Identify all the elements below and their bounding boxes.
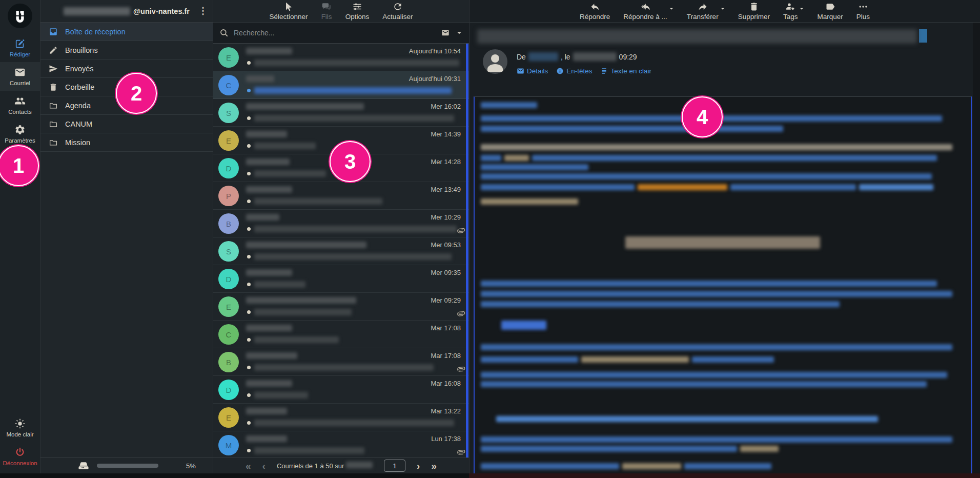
pencil-icon <box>49 46 58 55</box>
message-row[interactable]: DMer 09:35 <box>213 265 469 293</box>
redacted-segment <box>532 155 937 161</box>
folder-options-kebab-icon[interactable]: ⋮ <box>198 5 208 16</box>
rail-item-label: Paramètres <box>5 137 35 144</box>
refresh-icon <box>393 2 403 12</box>
viewer-link-texte-en-clair[interactable]: Texte en clair <box>601 67 652 75</box>
folder-canum[interactable]: CANUM <box>40 115 213 133</box>
viewer-link-en-t-tes[interactable]: En-têtes <box>556 67 592 75</box>
redacted-subject <box>254 364 434 371</box>
rail-item-contacts[interactable]: Contacts <box>0 91 40 120</box>
message-row[interactable]: BMar 17:08 <box>213 348 469 376</box>
list-fils-button[interactable]: Fils <box>321 2 332 21</box>
folder-label: Brouillons <box>65 46 98 54</box>
message-row[interactable]: CMar 17:08 <box>213 321 469 348</box>
message-row[interactable]: SMer 09:53 <box>213 237 469 265</box>
folder-envoy-s[interactable]: Envoyés <box>40 59 213 78</box>
message-row[interactable]: EMer 09:29 <box>213 293 469 321</box>
message-row[interactable]: MLun 17:38 <box>213 431 469 457</box>
message-row[interactable]: CAujourd’hui 09:31 <box>213 71 469 99</box>
rail-item-compose[interactable]: Rédiger <box>0 33 40 62</box>
avatar: D <box>218 269 239 289</box>
folder-agenda[interactable]: Agenda <box>40 96 213 115</box>
rail-item-settings[interactable]: Paramètres <box>0 120 40 148</box>
message-row[interactable]: PMer 13:49 <box>213 182 469 210</box>
message-row[interactable]: SMer 16:02 <box>213 99 469 127</box>
list-scrollbar[interactable] <box>466 44 468 457</box>
search-chevron-down-icon[interactable] <box>456 29 463 36</box>
redacted-subject <box>254 170 326 177</box>
list-actualiser-button[interactable]: Actualiser <box>382 2 413 21</box>
first-page-button[interactable]: « <box>246 461 251 471</box>
message-row[interactable]: DMar 16:08 <box>213 376 469 404</box>
search-input[interactable] <box>234 29 435 37</box>
avatar: E <box>218 47 239 68</box>
redacted-body-line <box>481 126 965 132</box>
message-row[interactable]: EAujourd’hui 10:54 <box>213 44 469 71</box>
folder-bo-te-de-r-ception[interactable]: Boîte de réception <box>40 23 213 41</box>
last-page-button[interactable]: » <box>431 461 437 471</box>
rail-item-mail[interactable]: Courriel <box>0 62 40 91</box>
redacted-segment <box>481 173 932 180</box>
viewer-r-pondre-button[interactable]: Répondre <box>580 2 610 21</box>
redacted-segment <box>730 184 856 190</box>
avatar: E <box>218 407 239 428</box>
next-page-button[interactable]: › <box>417 461 420 471</box>
redacted-subject <box>254 253 452 260</box>
redacted-subject <box>254 226 457 232</box>
avatar: C <box>218 324 239 345</box>
viewer-supprimer-button[interactable]: Supprimer <box>738 2 770 21</box>
rail-item-label: Déconnexion <box>3 460 37 466</box>
account-header: @univ-nantes.fr ⋮ <box>40 0 213 23</box>
viewer-link-d-tails[interactable]: Détails <box>517 67 548 75</box>
redacted-segment <box>622 463 681 469</box>
pagination-text: Courriels de 1 à 50 sur <box>277 462 373 470</box>
folder-label: Mission <box>65 138 90 147</box>
rail-item-lightmode[interactable]: Mode clair <box>0 413 40 442</box>
message-row[interactable]: EMar 13:22 <box>213 404 469 431</box>
message-row[interactable]: EMer 14:39 <box>213 127 469 154</box>
redacted-body-line <box>481 372 965 378</box>
toolbar-label: Plus <box>856 13 870 21</box>
viewer-tags-button[interactable]: Tags <box>783 2 798 21</box>
avatar: P <box>218 186 239 206</box>
date-infix: , le <box>561 53 570 61</box>
message-date: Mer 09:35 <box>431 269 461 276</box>
reply-icon <box>590 2 600 12</box>
storage-icon <box>77 460 90 472</box>
list-options-button[interactable]: Options <box>345 2 370 21</box>
redacted-segment <box>481 372 947 378</box>
redacted-body-line <box>481 155 965 161</box>
avatar: S <box>218 241 239 262</box>
folder-corbeille[interactable]: Corbeille <box>40 78 213 96</box>
redacted-sender-name <box>246 131 287 137</box>
folder-mission[interactable]: Mission <box>40 133 213 152</box>
viewer-marquer-button[interactable]: Marquer <box>817 2 843 21</box>
redacted-sender-name <box>246 75 274 82</box>
redacted-segment <box>684 463 771 469</box>
redacted-body-line <box>501 321 965 330</box>
viewer-link-label: Détails <box>527 67 548 75</box>
nantes-logo-icon <box>13 9 27 23</box>
subject-flag-chip <box>919 29 927 43</box>
viewer-r-pondre--button[interactable]: Répondre à ... <box>623 2 667 21</box>
viewer-plus-button[interactable]: Plus <box>856 2 870 21</box>
prev-page-button[interactable]: ‹ <box>262 461 266 471</box>
rail-item-logout[interactable]: Déconnexion <box>0 442 40 471</box>
folder-icon <box>49 138 58 147</box>
redacted-subject <box>254 447 364 454</box>
avatar: S <box>218 103 239 123</box>
avatar: C <box>218 75 239 95</box>
viewer-link-label: Texte en clair <box>611 67 652 75</box>
list-s-lectionner-button[interactable]: Sélectionner <box>270 2 308 21</box>
page-number-input[interactable] <box>384 460 405 472</box>
message-date: Mer 10:29 <box>431 213 461 221</box>
university-logo[interactable] <box>8 4 32 28</box>
redacted-segment <box>481 281 937 287</box>
redacted-segment <box>481 356 578 363</box>
message-row[interactable]: DMer 14:28 <box>213 154 469 182</box>
search-scope-envelope-icon[interactable] <box>440 29 451 37</box>
message-row[interactable]: BMer 10:29 <box>213 210 469 237</box>
folder-brouillons[interactable]: Brouillons <box>40 41 213 59</box>
viewer-transf-rer-button[interactable]: Transférer <box>687 2 719 21</box>
redacted-segment <box>859 184 933 190</box>
